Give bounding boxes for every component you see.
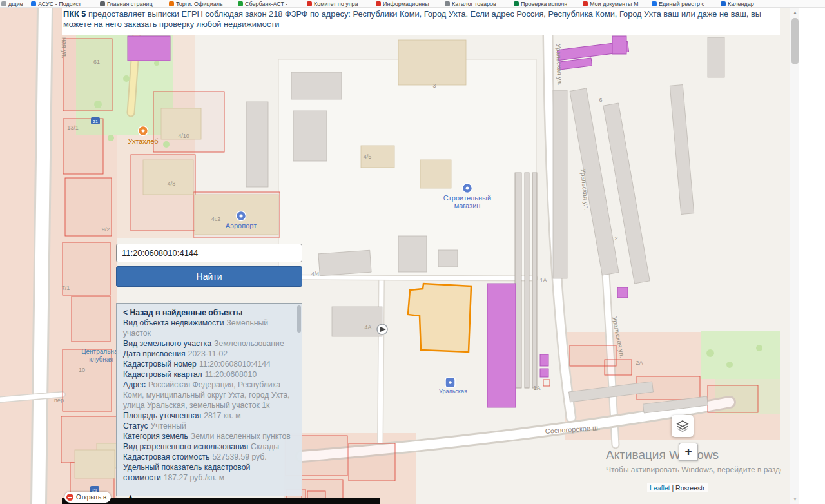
bakery-label: Ухтахлеб [128,137,158,145]
bookmark-item[interactable]: Каталог товаров [445,0,511,8]
service-header-note: ПКК 5 предоставляет выписки ЕГРН соблюда… [62,8,780,35]
info-row: Категория земельЗемли населенных пунктов [123,431,295,441]
svg-text:4А: 4А [364,324,371,331]
parcel-info-panel[interactable]: < Назад в найденные объекты Вид объекта … [116,303,302,496]
svg-text:4/5: 4/5 [364,153,372,160]
svg-text:пер.: пер. [54,397,65,403]
info-row: Кадастровый номер11:20:0608010:4144 [123,359,295,369]
bookmarks-bar: дщие АСУС - Подсист Главная страниц Торг… [0,0,825,8]
info-row: Удельный показатель кадастровой стоимост… [123,462,295,483]
svg-text:4/8: 4/8 [168,180,176,187]
info-row: Дата присвоения2023-11-02 [123,349,295,359]
cadastral-search-input[interactable] [116,244,302,262]
open-in-button[interactable]: Открыть в [64,492,111,503]
back-to-results-link[interactable]: < Назад в найденные объекты [123,307,295,318]
windows-activation-watermark-title: Активация Windows [606,448,719,462]
bookmark-item[interactable]: АСУС - Подсист [31,0,97,8]
club-label-1: Центральная [81,348,121,355]
svg-text:ная ул.: ная ул. [61,37,68,59]
bookmark-favicon [445,1,450,6]
bookmark-favicon [514,1,519,6]
info-row: Площадь уточненная2817 кв. м [123,411,295,421]
scrollbar-down-icon[interactable]: ▼ [790,495,800,504]
panel-scrollbar[interactable] [297,305,301,333]
bookmark-favicon [652,1,657,6]
layers-button[interactable] [672,415,694,437]
svg-text:4/10: 4/10 [178,133,189,139]
bookmark-item[interactable]: Главная страниц [100,0,166,8]
scrollbar-thumb[interactable] [791,18,799,64]
find-button[interactable]: Найти [116,266,302,287]
bookmark-favicon [100,1,105,6]
bookmark-item[interactable]: Единый реестр с [652,0,718,8]
rosreestr-attribution: Rosreestr [675,484,705,492]
info-row: Кадастровая стоимость527539.59 руб. [123,452,295,462]
svg-text:2: 2 [614,235,617,242]
svg-text:7/1: 7/1 [62,285,70,291]
bookmark-favicon [376,1,381,6]
svg-text:13/1: 13/1 [67,124,79,131]
scrollbar-up-icon[interactable]: ▲ [790,8,800,17]
club-label-2: клубная [89,356,113,363]
brand-name: ПКК 5 [63,9,86,19]
svg-text:9/2: 9/2 [102,226,110,233]
layers-icon [676,420,689,432]
map-attribution: Leaflet | Rosreestr [647,483,708,492]
bookmark-item[interactable]: Комитет по упра [307,0,373,8]
header-text: предоставляет выписки ЕГРН соблюдая зако… [63,9,761,29]
open-in-icon [66,494,73,501]
svg-text:21: 21 [93,119,98,124]
svg-text:1А: 1А [533,385,540,391]
bookmark-item[interactable]: Проверка исполн [514,0,580,8]
info-row: Вид разрешенного использованияСклады [123,441,295,452]
bookmark-item[interactable]: Календар [721,0,787,8]
svg-text:1А: 1А [539,277,547,284]
info-row: СтатусУчтенный [123,421,295,431]
bookmark-item[interactable]: Мои документы М [583,0,649,8]
bookmark-item[interactable]: Сбербанк-АСТ - [238,0,304,8]
browser-scrollbar[interactable]: ▲ ▼ [790,8,799,504]
store-label-1: Строительный [443,194,491,202]
store-label-2: магазин [454,202,481,209]
info-row: АдресРоссийская Федерация, Республика Ко… [123,380,295,411]
leaflet-link[interactable]: Leaflet [650,484,670,492]
svg-text:4/4: 4/4 [311,271,320,277]
bookmark-favicon [1,1,6,6]
bookmark-item[interactable]: Торги: Официаль [169,0,235,8]
bookmark-favicon [721,1,726,6]
info-row: Вид объекта недвижимостиЗемельный участо… [123,318,295,338]
panel-scroll-up-icon[interactable]: ▲ [128,493,133,499]
bookmark-favicon [169,1,174,6]
svg-text:Уральская ул.: Уральская ул. [555,44,563,86]
uralskaya-marker-label: Уральская [439,388,467,394]
svg-text:61: 61 [93,59,100,65]
svg-text:3: 3 [432,82,436,89]
bookmark-favicon [583,1,588,6]
svg-text:6: 6 [599,97,602,103]
windows-activation-watermark-subtitle: Чтобы активировать Windows, перейдите в … [606,465,781,474]
zoom-in-button[interactable]: + [679,443,698,461]
svg-text:10: 10 [79,367,85,373]
info-row: Кадастровый квартал11:20:0608010 [123,369,295,380]
bookmark-favicon [307,1,312,6]
bookmark-item[interactable]: Информационны [376,0,442,8]
svg-text:2А: 2А [636,360,643,366]
airport-label: Аэропорт [226,222,257,229]
bookmark-favicon [31,1,36,6]
bookmark-favicon [238,1,243,6]
info-row: Вид земельного участкаЗемлепользование [123,338,295,349]
svg-text:4с2: 4с2 [211,216,221,222]
cadastral-search [116,244,302,262]
bookmark-item[interactable]: дщие [1,0,28,8]
